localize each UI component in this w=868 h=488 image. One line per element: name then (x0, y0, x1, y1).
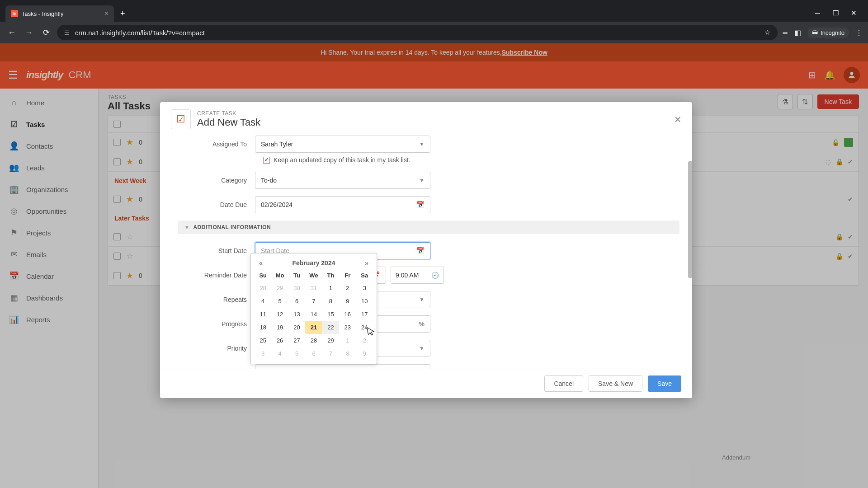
datepicker-popup: « February 2024 » SuMoTuWeThFrSa28293031… (250, 253, 377, 364)
calendar-icon[interactable]: 📅 (416, 201, 425, 209)
modal-close-icon[interactable]: × (675, 113, 681, 127)
datepicker-day[interactable]: 1 (339, 334, 356, 347)
close-window-icon[interactable]: ✕ (848, 9, 859, 17)
assigned-to-select[interactable]: Sarah Tyler ▼ (255, 136, 430, 153)
keep-copy-checkbox-row[interactable]: Keep an updated copy of this task in my … (263, 156, 679, 164)
datepicker-day[interactable]: 27 (288, 334, 305, 347)
date-due-input[interactable]: 02/26/2024 📅 (255, 196, 430, 213)
incognito-icon: 🕶 (812, 29, 818, 36)
clock-icon: 🕘 (431, 272, 439, 279)
datepicker-day[interactable]: 6 (305, 347, 322, 360)
datepicker-day[interactable]: 29 (271, 282, 288, 295)
chevron-down-icon: ▼ (419, 177, 425, 183)
datepicker-dow: Tu (288, 269, 305, 282)
section-additional-info[interactable]: ▼ ADDITIONAL INFORMATION (178, 221, 679, 234)
datepicker-day[interactable]: 9 (356, 347, 373, 360)
datepicker-month-label[interactable]: February 2024 (292, 259, 335, 267)
datepicker-dow: Su (255, 269, 271, 282)
modal-scrollbar[interactable] (688, 157, 692, 341)
datepicker-prev-button[interactable]: « (259, 259, 263, 267)
datepicker-day[interactable]: 2 (356, 334, 373, 347)
chevron-down-icon: ▼ (419, 141, 425, 147)
datepicker-day[interactable]: 8 (339, 347, 356, 360)
datepicker-day[interactable]: 28 (255, 282, 271, 295)
datepicker-day[interactable]: 29 (322, 334, 339, 347)
datepicker-day[interactable]: 20 (288, 321, 305, 334)
chevron-down-icon: ▼ (419, 296, 425, 303)
datepicker-next-button[interactable]: » (365, 259, 368, 267)
datepicker-dow: Mo (271, 269, 288, 282)
datepicker-day[interactable]: 25 (255, 334, 271, 347)
percent-icon: % (419, 320, 425, 328)
datepicker-day[interactable]: 30 (288, 282, 305, 295)
back-icon[interactable]: ← (5, 28, 18, 38)
datepicker-day[interactable]: 19 (271, 321, 288, 334)
status-select[interactable]: ▼ (255, 364, 430, 369)
modal-title: Add New Task (197, 117, 260, 128)
datepicker-day[interactable]: 12 (271, 308, 288, 321)
datepicker-day[interactable]: 2 (339, 282, 356, 295)
scroll-thumb[interactable] (688, 161, 692, 278)
maximize-icon[interactable]: ❐ (830, 9, 841, 17)
browser-tab[interactable]: In Tasks - Insightly × (5, 5, 114, 22)
collapse-icon: ▼ (184, 225, 189, 230)
datepicker-day[interactable]: 21 (305, 321, 322, 334)
side-panel-icon[interactable]: ◧ (794, 28, 801, 37)
datepicker-day[interactable]: 31 (305, 282, 322, 295)
save-new-button[interactable]: Save & New (589, 375, 642, 392)
datepicker-day[interactable]: 4 (271, 347, 288, 360)
datepicker-day[interactable]: 26 (271, 334, 288, 347)
add-task-modal: ☑ CREATE TASK Add New Task × Assigned To… (160, 102, 692, 398)
task-modal-icon: ☑ (171, 109, 191, 129)
reload-icon[interactable]: ⟳ (40, 28, 52, 38)
address-bar[interactable]: ☰ crm.na1.insightly.com/list/Task/?v=com… (57, 25, 778, 40)
bookmark-star-icon[interactable]: ☆ (764, 28, 770, 37)
datepicker-day[interactable]: 28 (305, 334, 322, 347)
datepicker-day[interactable]: 7 (322, 347, 339, 360)
datepicker-grid: SuMoTuWeThFrSa28293031123456789101112131… (255, 269, 373, 360)
datepicker-day[interactable]: 6 (288, 295, 305, 308)
datepicker-day[interactable]: 24 (356, 321, 373, 334)
datepicker-day[interactable]: 5 (271, 295, 288, 308)
label-repeats: Repeats (178, 296, 255, 303)
extensions-icon[interactable]: ≣ (782, 28, 788, 37)
reminder-time-input[interactable]: 9:00 AM 🕘 (391, 267, 444, 284)
site-info-icon[interactable]: ☰ (64, 29, 70, 36)
new-tab-button[interactable]: + (114, 5, 132, 22)
cancel-button[interactable]: Cancel (544, 375, 583, 392)
datepicker-day[interactable]: 16 (339, 308, 356, 321)
datepicker-day[interactable]: 9 (339, 295, 356, 308)
datepicker-day[interactable]: 5 (288, 347, 305, 360)
datepicker-day[interactable]: 15 (322, 308, 339, 321)
label-assigned-to: Assigned To (178, 141, 255, 148)
datepicker-day[interactable]: 17 (356, 308, 373, 321)
calendar-icon[interactable]: 📅 (416, 247, 425, 255)
minimize-icon[interactable]: ─ (812, 9, 823, 17)
datepicker-day[interactable]: 8 (322, 295, 339, 308)
label-priority: Priority (178, 345, 255, 352)
tab-close-icon[interactable]: × (104, 9, 108, 18)
datepicker-day[interactable]: 1 (322, 282, 339, 295)
keep-copy-checkbox[interactable] (263, 157, 270, 164)
browser-nav-bar: ← → ⟳ ☰ crm.na1.insightly.com/list/Task/… (0, 22, 868, 43)
category-select[interactable]: To-do ▼ (255, 172, 430, 189)
datepicker-day[interactable]: 23 (339, 321, 356, 334)
datepicker-day[interactable]: 18 (255, 321, 271, 334)
datepicker-day[interactable]: 11 (255, 308, 271, 321)
datepicker-day[interactable]: 3 (255, 347, 271, 360)
save-button[interactable]: Save (648, 375, 681, 392)
tab-favicon-icon: In (11, 10, 18, 17)
datepicker-day[interactable]: 10 (356, 295, 373, 308)
datepicker-day[interactable]: 22 (322, 321, 339, 334)
datepicker-day[interactable]: 13 (288, 308, 305, 321)
datepicker-day[interactable]: 3 (356, 282, 373, 295)
url-text: crm.na1.insightly.com/list/Task/?v=compa… (75, 29, 205, 37)
chrome-menu-icon[interactable]: ⋮ (855, 28, 863, 37)
label-category: Category (178, 177, 255, 184)
chevron-down-icon: ▼ (419, 345, 425, 352)
datepicker-day[interactable]: 14 (305, 308, 322, 321)
datepicker-day[interactable]: 7 (305, 295, 322, 308)
label-date-due: Date Due (178, 201, 255, 208)
incognito-badge[interactable]: 🕶 Incognito (807, 28, 849, 38)
datepicker-day[interactable]: 4 (255, 295, 271, 308)
